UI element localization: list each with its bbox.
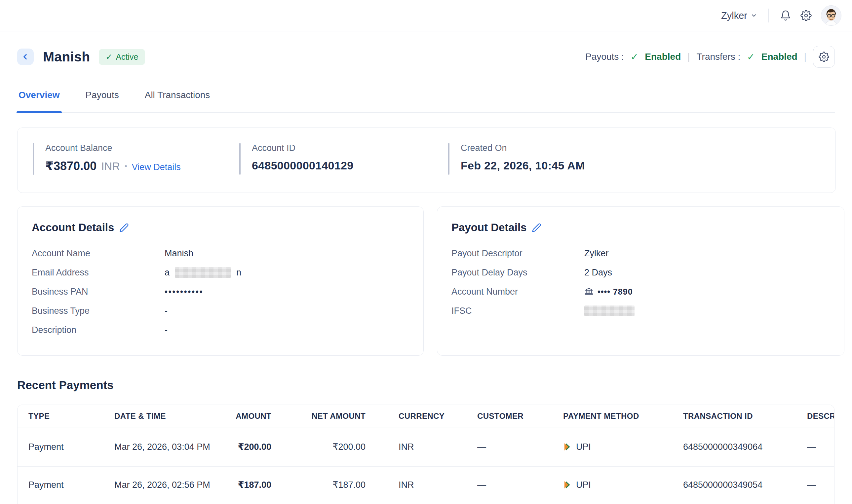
- created-on-label: Created On: [461, 143, 585, 153]
- notifications-button[interactable]: [780, 10, 791, 21]
- chevron-down-icon: [750, 12, 757, 19]
- account-toggles: Payouts : ✓ Enabled | Transfers : ✓ Enab…: [585, 46, 835, 68]
- column-header-net-amount: NET AMOUNT: [312, 412, 366, 421]
- cell-net-amount: ₹187.00: [332, 480, 366, 490]
- summary-card: Account Balance ₹3870.00 INR • View Deta…: [17, 127, 836, 193]
- business-pan-value: ••••••••••: [164, 287, 204, 296]
- page: Zylker: [0, 0, 852, 504]
- org-name: Zylker: [721, 10, 747, 21]
- pencil-icon: [532, 223, 541, 233]
- payout-delay-label: Payout Delay Days: [451, 268, 584, 278]
- payout-descriptor-row: Payout Descriptor Zylker: [451, 244, 844, 263]
- edit-payout-details-button[interactable]: [532, 223, 541, 233]
- pencil-icon: [119, 223, 129, 233]
- table-row[interactable]: Payment Mar 26, 2026, 02:56 PM ₹187.00 ₹…: [18, 467, 834, 503]
- table-row[interactable]: Payment Mar 26, 2026, 03:04 PM ₹200.00 ₹…: [18, 427, 834, 467]
- status-badge: ✓ Active: [99, 49, 144, 65]
- back-button[interactable]: [17, 49, 34, 65]
- cell-description: —: [807, 480, 816, 490]
- payouts-label: Payouts :: [585, 52, 624, 62]
- business-pan-row: Business PAN ••••••••••: [32, 282, 423, 301]
- cell-date-time: Mar 26, 2026, 03:04 PM: [114, 442, 210, 452]
- cell-amount: ₹200.00: [238, 442, 271, 452]
- business-type-value: -: [164, 306, 168, 316]
- created-on-block: Created On Feb 22, 2026, 10:45 AM: [448, 143, 585, 175]
- settings-button-topbar[interactable]: [800, 10, 812, 21]
- description-row: Description -: [32, 320, 423, 340]
- cell-description: —: [807, 442, 816, 452]
- cell-payment-method: UPI: [563, 480, 591, 490]
- business-pan-label: Business PAN: [32, 287, 164, 297]
- cell-net-amount: ₹200.00: [332, 442, 366, 452]
- cell-date-time: Mar 26, 2026, 02:56 PM: [114, 480, 210, 490]
- recent-payments-title: Recent Payments: [17, 378, 114, 392]
- payout-descriptor-value: Zylker: [584, 248, 609, 258]
- cell-transaction-id: 6485000000349064: [683, 442, 762, 452]
- description-label: Description: [32, 325, 164, 335]
- account-name-row: Account Name Manish: [32, 244, 423, 263]
- cell-transaction-id: 6485000000349054: [683, 480, 762, 490]
- tab-all-transactions[interactable]: All Transactions: [143, 89, 211, 112]
- column-header-type: TYPE: [29, 412, 50, 421]
- transfers-label: Transfers :: [697, 52, 741, 62]
- ifsc-value: [584, 306, 634, 316]
- cell-currency: INR: [399, 442, 414, 452]
- account-id-label: Account ID: [252, 143, 353, 153]
- account-settings-button[interactable]: [813, 46, 835, 68]
- cell-customer: —: [477, 480, 486, 490]
- account-id-block: Account ID 6485000000140129: [239, 143, 353, 175]
- column-header-currency: CURRENCY: [399, 412, 445, 421]
- org-switcher[interactable]: Zylker: [721, 10, 757, 21]
- gear-icon: [800, 10, 812, 21]
- business-type-row: Business Type -: [32, 301, 423, 320]
- table-header-row: TYPE DATE & TIME AMOUNT NET AMOUNT CURRE…: [18, 405, 834, 427]
- tab-overview[interactable]: Overview: [17, 89, 61, 112]
- cell-type: Payment: [29, 480, 64, 490]
- column-header-description: DESCRIPTION: [807, 412, 834, 421]
- bank-icon: [584, 287, 594, 296]
- payouts-status: Enabled: [645, 52, 681, 62]
- account-number-value: •••• 7890: [584, 287, 633, 296]
- check-icon: ✓: [105, 52, 112, 62]
- page-header: Manish ✓ Active Payouts : ✓ Enabled | Tr…: [17, 48, 835, 66]
- business-type-label: Business Type: [32, 306, 164, 316]
- redacted-email-block: [175, 267, 231, 278]
- status-badge-label: Active: [116, 52, 138, 62]
- email-row: Email Address an: [32, 263, 423, 282]
- chevron-left-icon: [21, 53, 30, 61]
- user-avatar[interactable]: [821, 5, 841, 26]
- recent-payments-table: TYPE DATE & TIME AMOUNT NET AMOUNT CURRE…: [17, 404, 834, 504]
- account-balance-amount: ₹3870.00: [45, 159, 97, 173]
- column-header-amount: AMOUNT: [236, 412, 271, 421]
- page-title: Manish: [43, 49, 90, 65]
- payout-descriptor-label: Payout Descriptor: [451, 248, 584, 258]
- dot-separator: •: [125, 162, 127, 170]
- topbar-right: Zylker: [721, 5, 841, 26]
- tab-payouts[interactable]: Payouts: [84, 89, 120, 112]
- view-details-link[interactable]: View Details: [132, 162, 181, 173]
- divider: |: [688, 52, 690, 62]
- email-value: an: [164, 267, 241, 278]
- account-balance-label: Account Balance: [45, 143, 181, 153]
- edit-account-details-button[interactable]: [119, 223, 129, 233]
- account-balance-block: Account Balance ₹3870.00 INR • View Deta…: [33, 143, 181, 175]
- email-label: Email Address: [32, 268, 164, 278]
- topbar-divider: [768, 8, 769, 22]
- created-on-value: Feb 22, 2026, 10:45 AM: [461, 159, 585, 172]
- upi-icon: [563, 443, 572, 451]
- cell-customer: —: [477, 442, 486, 452]
- cell-amount: ₹187.00: [238, 480, 271, 490]
- column-header-payment-method: PAYMENT METHOD: [563, 412, 639, 421]
- account-balance-currency: INR: [101, 160, 120, 173]
- account-number-row: Account Number •••• 7890: [451, 282, 844, 301]
- accent-bar: [448, 143, 450, 175]
- payout-delay-value: 2 Days: [584, 268, 612, 278]
- column-header-date-time: DATE & TIME: [114, 412, 166, 421]
- upi-icon: [563, 481, 572, 489]
- bell-icon: [780, 10, 791, 21]
- redacted-ifsc-block: [584, 306, 634, 316]
- column-header-transaction-id: TRANSACTION ID: [683, 412, 753, 421]
- avatar-illustration: [821, 6, 841, 25]
- column-header-customer: CUSTOMER: [477, 412, 523, 421]
- cell-type: Payment: [29, 442, 64, 452]
